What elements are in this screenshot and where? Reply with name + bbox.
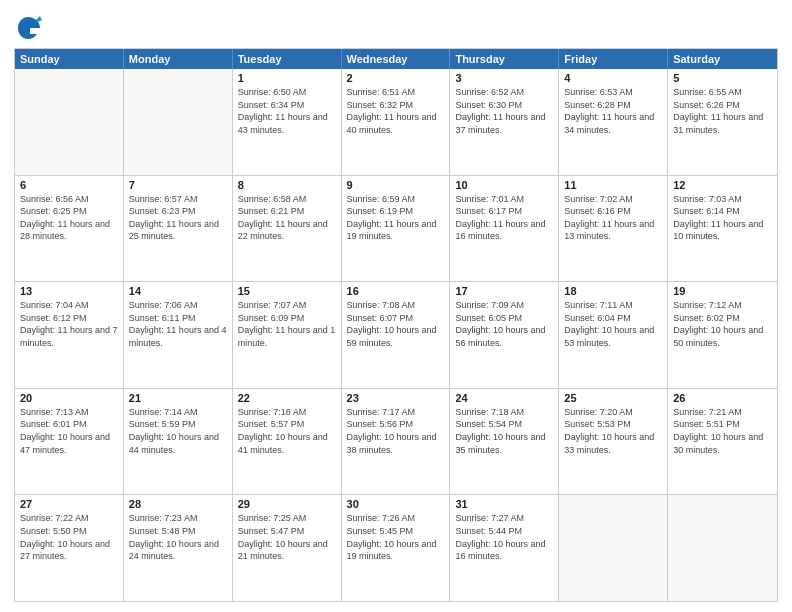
day-number: 10 <box>455 179 553 191</box>
logo <box>14 14 46 42</box>
day-header: Thursday <box>450 49 559 69</box>
day-info: Sunrise: 7:26 AMSunset: 5:45 PMDaylight:… <box>347 512 445 562</box>
day-number: 14 <box>129 285 227 297</box>
day-header: Tuesday <box>233 49 342 69</box>
calendar-cell: 13Sunrise: 7:04 AMSunset: 6:12 PMDayligh… <box>15 282 124 388</box>
day-header: Saturday <box>668 49 777 69</box>
day-number: 5 <box>673 72 772 84</box>
day-header: Wednesday <box>342 49 451 69</box>
day-info: Sunrise: 6:58 AMSunset: 6:21 PMDaylight:… <box>238 193 336 243</box>
calendar-cell: 8Sunrise: 6:58 AMSunset: 6:21 PMDaylight… <box>233 176 342 282</box>
day-number: 15 <box>238 285 336 297</box>
day-number: 1 <box>238 72 336 84</box>
day-number: 23 <box>347 392 445 404</box>
day-number: 8 <box>238 179 336 191</box>
day-info: Sunrise: 7:17 AMSunset: 5:56 PMDaylight:… <box>347 406 445 456</box>
calendar-week: 1Sunrise: 6:50 AMSunset: 6:34 PMDaylight… <box>15 69 777 175</box>
day-number: 19 <box>673 285 772 297</box>
day-info: Sunrise: 6:59 AMSunset: 6:19 PMDaylight:… <box>347 193 445 243</box>
day-number: 25 <box>564 392 662 404</box>
day-number: 9 <box>347 179 445 191</box>
day-number: 29 <box>238 498 336 510</box>
calendar-cell: 28Sunrise: 7:23 AMSunset: 5:48 PMDayligh… <box>124 495 233 601</box>
day-number: 20 <box>20 392 118 404</box>
day-info: Sunrise: 6:56 AMSunset: 6:25 PMDaylight:… <box>20 193 118 243</box>
calendar-cell <box>15 69 124 175</box>
calendar-cell: 6Sunrise: 6:56 AMSunset: 6:25 PMDaylight… <box>15 176 124 282</box>
day-info: Sunrise: 7:23 AMSunset: 5:48 PMDaylight:… <box>129 512 227 562</box>
calendar-cell: 29Sunrise: 7:25 AMSunset: 5:47 PMDayligh… <box>233 495 342 601</box>
day-info: Sunrise: 6:53 AMSunset: 6:28 PMDaylight:… <box>564 86 662 136</box>
day-info: Sunrise: 7:20 AMSunset: 5:53 PMDaylight:… <box>564 406 662 456</box>
calendar-cell: 9Sunrise: 6:59 AMSunset: 6:19 PMDaylight… <box>342 176 451 282</box>
calendar-cell: 31Sunrise: 7:27 AMSunset: 5:44 PMDayligh… <box>450 495 559 601</box>
calendar: SundayMondayTuesdayWednesdayThursdayFrid… <box>14 48 778 602</box>
calendar-cell: 25Sunrise: 7:20 AMSunset: 5:53 PMDayligh… <box>559 389 668 495</box>
calendar-cell: 7Sunrise: 6:57 AMSunset: 6:23 PMDaylight… <box>124 176 233 282</box>
day-info: Sunrise: 7:01 AMSunset: 6:17 PMDaylight:… <box>455 193 553 243</box>
day-info: Sunrise: 7:02 AMSunset: 6:16 PMDaylight:… <box>564 193 662 243</box>
day-number: 30 <box>347 498 445 510</box>
day-info: Sunrise: 7:21 AMSunset: 5:51 PMDaylight:… <box>673 406 772 456</box>
calendar-cell: 20Sunrise: 7:13 AMSunset: 6:01 PMDayligh… <box>15 389 124 495</box>
calendar-cell: 23Sunrise: 7:17 AMSunset: 5:56 PMDayligh… <box>342 389 451 495</box>
day-info: Sunrise: 7:18 AMSunset: 5:54 PMDaylight:… <box>455 406 553 456</box>
day-info: Sunrise: 7:22 AMSunset: 5:50 PMDaylight:… <box>20 512 118 562</box>
day-info: Sunrise: 7:11 AMSunset: 6:04 PMDaylight:… <box>564 299 662 349</box>
calendar-cell: 5Sunrise: 6:55 AMSunset: 6:26 PMDaylight… <box>668 69 777 175</box>
day-info: Sunrise: 6:50 AMSunset: 6:34 PMDaylight:… <box>238 86 336 136</box>
day-info: Sunrise: 6:55 AMSunset: 6:26 PMDaylight:… <box>673 86 772 136</box>
calendar-cell: 22Sunrise: 7:16 AMSunset: 5:57 PMDayligh… <box>233 389 342 495</box>
day-info: Sunrise: 7:13 AMSunset: 6:01 PMDaylight:… <box>20 406 118 456</box>
calendar-cell: 2Sunrise: 6:51 AMSunset: 6:32 PMDaylight… <box>342 69 451 175</box>
calendar-cell: 21Sunrise: 7:14 AMSunset: 5:59 PMDayligh… <box>124 389 233 495</box>
day-info: Sunrise: 7:27 AMSunset: 5:44 PMDaylight:… <box>455 512 553 562</box>
day-header: Monday <box>124 49 233 69</box>
day-number: 6 <box>20 179 118 191</box>
calendar-week: 13Sunrise: 7:04 AMSunset: 6:12 PMDayligh… <box>15 281 777 388</box>
calendar-week: 6Sunrise: 6:56 AMSunset: 6:25 PMDaylight… <box>15 175 777 282</box>
calendar-cell: 10Sunrise: 7:01 AMSunset: 6:17 PMDayligh… <box>450 176 559 282</box>
day-number: 4 <box>564 72 662 84</box>
day-info: Sunrise: 7:06 AMSunset: 6:11 PMDaylight:… <box>129 299 227 349</box>
page: SundayMondayTuesdayWednesdayThursdayFrid… <box>0 0 792 612</box>
day-info: Sunrise: 7:12 AMSunset: 6:02 PMDaylight:… <box>673 299 772 349</box>
day-number: 28 <box>129 498 227 510</box>
day-header: Friday <box>559 49 668 69</box>
day-number: 31 <box>455 498 553 510</box>
day-number: 11 <box>564 179 662 191</box>
day-info: Sunrise: 6:51 AMSunset: 6:32 PMDaylight:… <box>347 86 445 136</box>
day-number: 22 <box>238 392 336 404</box>
day-info: Sunrise: 6:52 AMSunset: 6:30 PMDaylight:… <box>455 86 553 136</box>
day-info: Sunrise: 7:25 AMSunset: 5:47 PMDaylight:… <box>238 512 336 562</box>
day-number: 18 <box>564 285 662 297</box>
day-number: 17 <box>455 285 553 297</box>
calendar-cell: 17Sunrise: 7:09 AMSunset: 6:05 PMDayligh… <box>450 282 559 388</box>
calendar-cell <box>124 69 233 175</box>
calendar-cell: 24Sunrise: 7:18 AMSunset: 5:54 PMDayligh… <box>450 389 559 495</box>
day-number: 12 <box>673 179 772 191</box>
calendar-cell <box>559 495 668 601</box>
day-number: 16 <box>347 285 445 297</box>
calendar-cell: 18Sunrise: 7:11 AMSunset: 6:04 PMDayligh… <box>559 282 668 388</box>
day-number: 13 <box>20 285 118 297</box>
calendar-cell: 12Sunrise: 7:03 AMSunset: 6:14 PMDayligh… <box>668 176 777 282</box>
day-info: Sunrise: 7:08 AMSunset: 6:07 PMDaylight:… <box>347 299 445 349</box>
calendar-cell: 11Sunrise: 7:02 AMSunset: 6:16 PMDayligh… <box>559 176 668 282</box>
day-info: Sunrise: 7:09 AMSunset: 6:05 PMDaylight:… <box>455 299 553 349</box>
calendar-week: 27Sunrise: 7:22 AMSunset: 5:50 PMDayligh… <box>15 494 777 601</box>
day-info: Sunrise: 7:03 AMSunset: 6:14 PMDaylight:… <box>673 193 772 243</box>
calendar-cell: 26Sunrise: 7:21 AMSunset: 5:51 PMDayligh… <box>668 389 777 495</box>
day-number: 27 <box>20 498 118 510</box>
calendar-body: 1Sunrise: 6:50 AMSunset: 6:34 PMDaylight… <box>15 69 777 601</box>
day-header: Sunday <box>15 49 124 69</box>
calendar-cell: 19Sunrise: 7:12 AMSunset: 6:02 PMDayligh… <box>668 282 777 388</box>
day-number: 24 <box>455 392 553 404</box>
day-info: Sunrise: 7:07 AMSunset: 6:09 PMDaylight:… <box>238 299 336 349</box>
header <box>14 10 778 42</box>
calendar-cell: 15Sunrise: 7:07 AMSunset: 6:09 PMDayligh… <box>233 282 342 388</box>
day-number: 26 <box>673 392 772 404</box>
calendar-cell: 14Sunrise: 7:06 AMSunset: 6:11 PMDayligh… <box>124 282 233 388</box>
calendar-header: SundayMondayTuesdayWednesdayThursdayFrid… <box>15 49 777 69</box>
day-info: Sunrise: 7:14 AMSunset: 5:59 PMDaylight:… <box>129 406 227 456</box>
